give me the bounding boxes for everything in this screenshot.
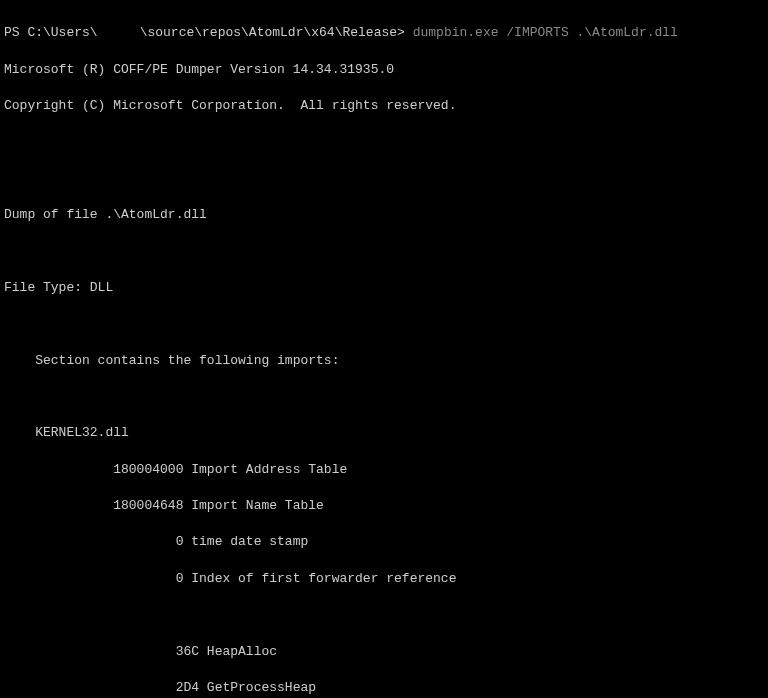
kernel32-name: KERNEL32.dll bbox=[4, 424, 764, 442]
command-text: dumpbin.exe /IMPORTS .\AtomLdr.dll bbox=[413, 25, 678, 40]
header-line-2: Copyright (C) Microsoft Corporation. All… bbox=[4, 97, 764, 115]
kernel32-fn: 36C HeapAlloc bbox=[4, 643, 764, 661]
section-header: Section contains the following imports: bbox=[4, 352, 764, 370]
blank bbox=[4, 170, 764, 188]
prompt-prefix-1: PS C:\Users\ bbox=[4, 25, 98, 40]
prompt-line: PS C:\Users\ \source\repos\AtomLdr\x64\R… bbox=[4, 24, 764, 42]
file-type-line: File Type: DLL bbox=[4, 279, 764, 297]
blank bbox=[4, 242, 764, 260]
blank bbox=[4, 606, 764, 624]
dump-file-line: Dump of file .\AtomLdr.dll bbox=[4, 206, 764, 224]
prompt-prefix-2: \source\repos\AtomLdr\x64\Release> bbox=[140, 25, 413, 40]
header-line-1: Microsoft (R) COFF/PE Dumper Version 14.… bbox=[4, 61, 764, 79]
redacted-username bbox=[98, 24, 140, 42]
kernel32-fn: 2D4 GetProcessHeap bbox=[4, 679, 764, 697]
kernel32-iff: 0 Index of first forwarder reference bbox=[4, 570, 764, 588]
blank bbox=[4, 315, 764, 333]
kernel32-tds: 0 time date stamp bbox=[4, 533, 764, 551]
terminal-output[interactable]: PS C:\Users\ \source\repos\AtomLdr\x64\R… bbox=[4, 6, 764, 698]
kernel32-int: 180004648 Import Name Table bbox=[4, 497, 764, 515]
kernel32-iat: 180004000 Import Address Table bbox=[4, 461, 764, 479]
blank bbox=[4, 133, 764, 151]
blank bbox=[4, 388, 764, 406]
